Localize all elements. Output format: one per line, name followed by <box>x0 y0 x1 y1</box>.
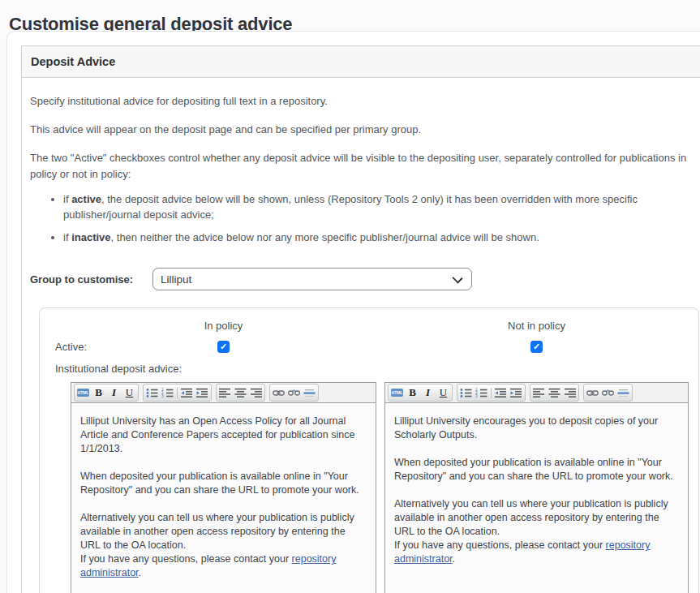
italic-button[interactable]: I <box>420 385 436 400</box>
in-policy-column-header: In policy <box>204 320 243 332</box>
indent-icon <box>196 388 208 398</box>
align-center-icon <box>548 388 560 398</box>
not-in-policy-editor: HTML B I U 123 <box>384 382 689 593</box>
editor-paragraph: Alternatively you can tell us where your… <box>394 497 679 566</box>
unlink-icon <box>602 388 614 398</box>
unordered-list-button[interactable] <box>458 385 474 400</box>
align-left-icon <box>533 388 545 398</box>
group-to-customise-row: Group to customise: Lilliput <box>30 268 700 290</box>
align-left-icon <box>219 388 231 398</box>
editors-row: HTML B I U 123 <box>40 382 698 593</box>
align-right-icon <box>564 388 576 398</box>
active-rules-list: if active, the deposit advice below will… <box>30 191 700 245</box>
toolbar-separator <box>177 388 178 398</box>
content-card: Deposit Advice Specify institutional adv… <box>6 31 700 593</box>
outdent-icon <box>181 388 193 398</box>
active-rule-item: if active, the deposit advice below will… <box>63 191 700 222</box>
bold-icon: B <box>409 386 416 399</box>
in-policy-editor-content[interactable]: Lilliput University has an Open Access P… <box>71 403 376 593</box>
editor-paragraph: Alternatively you can tell us where your… <box>80 511 367 580</box>
align-center-button[interactable] <box>547 385 562 400</box>
editor-paragraph: Lilliput University encourages you to de… <box>394 415 679 442</box>
link-button[interactable] <box>271 385 286 400</box>
deposit-advice-panel: Deposit Advice Specify institutional adv… <box>21 45 700 593</box>
source-icon: HTML <box>77 389 89 397</box>
active-in-policy-checkbox[interactable]: ✓ <box>217 341 230 353</box>
active-row: Active: ✓ ✓ <box>40 340 698 353</box>
horizontal-rule-button[interactable] <box>302 385 317 400</box>
unordered-list-button[interactable] <box>144 385 160 400</box>
unordered-list-icon <box>460 388 472 398</box>
check-icon: ✓ <box>533 342 540 351</box>
unordered-list-icon <box>146 388 158 398</box>
active-label: Active: <box>55 341 87 353</box>
unlink-button[interactable] <box>286 385 302 400</box>
inactive-rule-item: if inactive, then neither the advice bel… <box>63 230 700 245</box>
align-left-button[interactable] <box>217 385 233 400</box>
panel-header: Deposit Advice <box>22 46 700 78</box>
ordered-list-button[interactable]: 123 <box>160 385 175 400</box>
ordered-list-icon: 123 <box>475 388 487 398</box>
align-right-icon <box>250 388 262 398</box>
svg-text:3: 3 <box>475 394 478 398</box>
indent-icon <box>510 388 522 398</box>
link-icon <box>586 388 599 398</box>
link-button[interactable] <box>585 385 600 400</box>
toolbar-separator <box>491 388 492 398</box>
editor-paragraph: Lilliput University has an Open Access P… <box>80 415 367 456</box>
intro-paragraph-3: The two "Active" checkboxes control whet… <box>30 150 700 183</box>
underline-icon: U <box>440 386 447 399</box>
outdent-icon <box>495 388 507 398</box>
align-right-button[interactable] <box>248 385 264 400</box>
underline-button[interactable]: U <box>122 385 137 400</box>
group-select-label: Group to customise: <box>30 273 152 286</box>
editor-paragraph: When deposited your publication is avail… <box>80 470 367 497</box>
svg-text:3: 3 <box>161 394 164 398</box>
underline-button[interactable]: U <box>436 385 451 400</box>
group-select[interactable]: Lilliput <box>152 268 472 290</box>
underline-icon: U <box>126 386 133 399</box>
unlink-icon <box>288 388 300 398</box>
unlink-button[interactable] <box>600 385 616 400</box>
source-button[interactable]: HTML <box>75 385 91 400</box>
rich-text-toolbar: HTML B I U 123 <box>385 383 688 403</box>
bold-button[interactable]: B <box>405 385 420 400</box>
indent-button[interactable] <box>195 385 210 400</box>
intro-paragraph-1: Specify institutional advice for deposit… <box>30 93 700 110</box>
not-in-policy-editor-content[interactable]: Lilliput University encourages you to de… <box>385 403 688 593</box>
horizontal-rule-button[interactable] <box>616 385 631 400</box>
institutional-advice-label: Institutional deposit advice: <box>40 363 698 375</box>
outdent-button[interactable] <box>179 385 195 400</box>
panel-title: Deposit Advice <box>31 55 115 68</box>
column-headers-row: In policy Not in policy <box>40 320 698 332</box>
italic-icon: I <box>426 386 430 399</box>
horizontal-rule-icon <box>303 388 316 398</box>
align-center-icon <box>234 388 247 398</box>
not-in-policy-column-header: Not in policy <box>508 320 565 332</box>
intro-paragraph-2: This advice will appear on the deposit p… <box>30 122 700 138</box>
rich-text-toolbar: HTML B I U 123 <box>71 383 376 403</box>
ordered-list-icon: 123 <box>161 388 174 398</box>
check-icon: ✓ <box>220 342 227 351</box>
indent-button[interactable] <box>509 385 524 400</box>
italic-button[interactable]: I <box>106 385 122 400</box>
horizontal-rule-icon <box>617 388 629 398</box>
editor-paragraph: When deposited your publication is avail… <box>394 456 679 483</box>
align-left-button[interactable] <box>531 385 547 400</box>
source-button[interactable]: HTML <box>389 385 405 400</box>
outdent-button[interactable] <box>493 385 509 400</box>
bold-icon: B <box>95 386 102 399</box>
ordered-list-button[interactable]: 123 <box>474 385 489 400</box>
bold-button[interactable]: B <box>91 385 106 400</box>
italic-icon: I <box>112 386 116 399</box>
link-icon <box>273 388 285 398</box>
align-right-button[interactable] <box>562 385 578 400</box>
active-not-in-policy-checkbox[interactable]: ✓ <box>530 341 543 353</box>
source-icon: HTML <box>391 389 403 397</box>
in-policy-editor: HTML B I U 123 <box>71 382 376 593</box>
panel-body: Specify institutional advice for deposit… <box>22 93 700 593</box>
align-center-button[interactable] <box>233 385 248 400</box>
group-select-wrapper: Lilliput <box>152 268 472 290</box>
policy-matrix-panel: In policy Not in policy Active: ✓ ✓ Inst… <box>39 307 699 593</box>
